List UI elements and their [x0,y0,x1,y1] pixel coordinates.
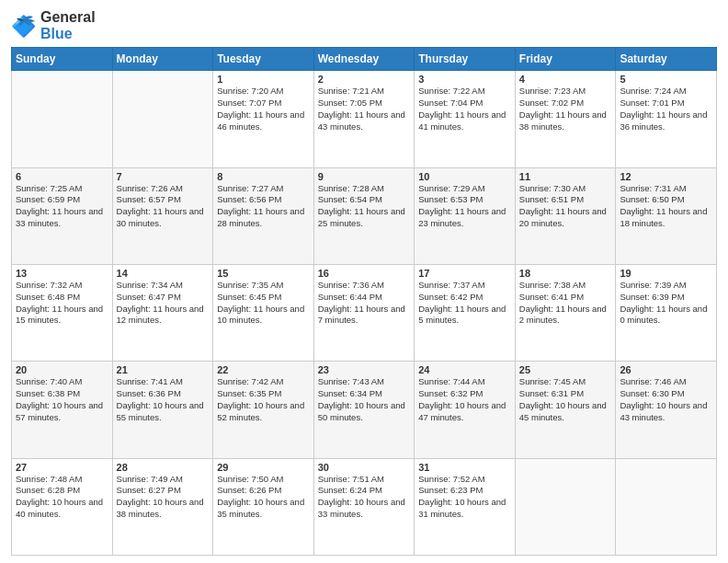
calendar-body: 1Sunrise: 7:20 AMSunset: 7:07 PMDaylight… [12,71,717,556]
day-info: Sunrise: 7:42 AMSunset: 6:35 PMDaylight:… [217,376,310,423]
day-number: 26 [620,364,712,375]
day-number: 10 [418,171,511,182]
day-number: 27 [16,462,108,473]
calendar-week-row: 6Sunrise: 7:25 AMSunset: 6:59 PMDaylight… [12,167,717,264]
calendar-cell: 3Sunrise: 7:22 AMSunset: 7:04 PMDaylight… [415,71,516,167]
calendar-cell: 28Sunrise: 7:49 AMSunset: 6:27 PMDayligh… [112,458,213,555]
svg-text:🔷: 🔷 [11,14,37,39]
calendar-cell: 30Sunrise: 7:51 AMSunset: 6:24 PMDayligh… [313,458,415,555]
day-info: Sunrise: 7:24 AMSunset: 7:01 PMDaylight:… [620,86,712,132]
calendar-cell: 26Sunrise: 7:46 AMSunset: 6:30 PMDayligh… [616,362,717,458]
day-info: Sunrise: 7:23 AMSunset: 7:02 PMDaylight:… [519,86,612,132]
day-info: Sunrise: 7:46 AMSunset: 6:30 PMDaylight:… [620,376,712,423]
calendar-cell: 20Sunrise: 7:40 AMSunset: 6:38 PMDayligh… [12,362,113,458]
day-number: 16 [318,268,411,279]
day-info: Sunrise: 7:38 AMSunset: 6:41 PMDaylight:… [519,280,612,327]
day-info: Sunrise: 7:49 AMSunset: 6:27 PMDaylight:… [117,474,210,521]
header: 🔷 General Blue [11,9,717,41]
day-info: Sunrise: 7:36 AMSunset: 6:44 PMDaylight:… [318,280,411,327]
calendar-cell: 16Sunrise: 7:36 AMSunset: 6:44 PMDayligh… [313,264,415,361]
day-number: 21 [117,364,210,375]
calendar-cell [112,71,213,167]
calendar-header-row: SundayMondayTuesdayWednesdayThursdayFrid… [12,48,717,71]
calendar: SundayMondayTuesdayWednesdayThursdayFrid… [11,47,717,556]
day-info: Sunrise: 7:39 AMSunset: 6:39 PMDaylight:… [620,280,712,327]
logo-blue: Blue [40,26,96,42]
day-info: Sunrise: 7:29 AMSunset: 6:53 PMDaylight:… [418,183,511,230]
day-info: Sunrise: 7:26 AMSunset: 6:57 PMDaylight:… [117,183,210,230]
calendar-cell: 19Sunrise: 7:39 AMSunset: 6:39 PMDayligh… [616,264,717,361]
calendar-cell [616,458,717,555]
day-info: Sunrise: 7:50 AMSunset: 6:26 PMDaylight:… [217,474,310,521]
calendar-cell: 10Sunrise: 7:29 AMSunset: 6:53 PMDayligh… [415,167,516,264]
day-info: Sunrise: 7:35 AMSunset: 6:45 PMDaylight:… [217,280,310,327]
calendar-week-row: 13Sunrise: 7:32 AMSunset: 6:48 PMDayligh… [12,264,717,361]
calendar-cell: 24Sunrise: 7:44 AMSunset: 6:32 PMDayligh… [415,362,516,458]
weekday-header: Thursday [415,48,516,71]
day-number: 14 [117,268,210,279]
day-info: Sunrise: 7:45 AMSunset: 6:31 PMDaylight:… [519,376,612,423]
day-number: 20 [16,364,108,375]
day-info: Sunrise: 7:27 AMSunset: 6:56 PMDaylight:… [217,183,310,230]
day-number: 19 [620,268,712,279]
calendar-cell: 18Sunrise: 7:38 AMSunset: 6:41 PMDayligh… [515,264,616,361]
logo-general: General [40,9,96,26]
weekday-header: Wednesday [313,48,415,71]
day-info: Sunrise: 7:40 AMSunset: 6:38 PMDaylight:… [16,376,108,423]
day-number: 25 [519,364,612,375]
calendar-week-row: 1Sunrise: 7:20 AMSunset: 7:07 PMDaylight… [12,71,717,167]
day-info: Sunrise: 7:21 AMSunset: 7:05 PMDaylight:… [318,86,411,132]
day-info: Sunrise: 7:41 AMSunset: 6:36 PMDaylight:… [117,376,210,423]
calendar-cell: 1Sunrise: 7:20 AMSunset: 7:07 PMDaylight… [213,71,314,167]
day-info: Sunrise: 7:51 AMSunset: 6:24 PMDaylight:… [318,474,411,521]
calendar-cell: 4Sunrise: 7:23 AMSunset: 7:02 PMDaylight… [515,71,616,167]
day-number: 24 [418,364,511,375]
logo: 🔷 General Blue [11,9,96,41]
calendar-cell: 14Sunrise: 7:34 AMSunset: 6:47 PMDayligh… [112,264,213,361]
day-info: Sunrise: 7:48 AMSunset: 6:28 PMDaylight:… [16,474,108,521]
calendar-cell: 21Sunrise: 7:41 AMSunset: 6:36 PMDayligh… [112,362,213,458]
day-info: Sunrise: 7:30 AMSunset: 6:51 PMDaylight:… [519,183,612,230]
day-number: 4 [519,74,612,85]
day-number: 9 [318,171,411,182]
calendar-cell: 31Sunrise: 7:52 AMSunset: 6:23 PMDayligh… [415,458,516,555]
day-number: 12 [620,171,712,182]
day-number: 2 [318,74,411,85]
day-info: Sunrise: 7:32 AMSunset: 6:48 PMDaylight:… [16,280,108,327]
calendar-cell: 8Sunrise: 7:27 AMSunset: 6:56 PMDaylight… [213,167,314,264]
logo-icon: 🔷 [11,13,37,39]
day-number: 11 [519,171,612,182]
calendar-cell: 29Sunrise: 7:50 AMSunset: 6:26 PMDayligh… [213,458,314,555]
calendar-cell: 13Sunrise: 7:32 AMSunset: 6:48 PMDayligh… [12,264,113,361]
day-info: Sunrise: 7:20 AMSunset: 7:07 PMDaylight:… [217,86,310,132]
calendar-cell: 22Sunrise: 7:42 AMSunset: 6:35 PMDayligh… [213,362,314,458]
calendar-cell: 2Sunrise: 7:21 AMSunset: 7:05 PMDaylight… [313,71,415,167]
day-number: 23 [318,364,411,375]
calendar-cell: 25Sunrise: 7:45 AMSunset: 6:31 PMDayligh… [515,362,616,458]
calendar-cell: 27Sunrise: 7:48 AMSunset: 6:28 PMDayligh… [12,458,113,555]
day-number: 3 [418,74,511,85]
calendar-cell: 7Sunrise: 7:26 AMSunset: 6:57 PMDaylight… [112,167,213,264]
day-number: 6 [16,171,108,182]
day-number: 1 [217,74,310,85]
weekday-header: Monday [112,48,213,71]
day-number: 18 [519,268,612,279]
day-number: 17 [418,268,511,279]
calendar-week-row: 27Sunrise: 7:48 AMSunset: 6:28 PMDayligh… [12,458,717,555]
day-number: 15 [217,268,310,279]
calendar-week-row: 20Sunrise: 7:40 AMSunset: 6:38 PMDayligh… [12,362,717,458]
day-info: Sunrise: 7:44 AMSunset: 6:32 PMDaylight:… [418,376,511,423]
calendar-cell: 11Sunrise: 7:30 AMSunset: 6:51 PMDayligh… [515,167,616,264]
calendar-cell: 23Sunrise: 7:43 AMSunset: 6:34 PMDayligh… [313,362,415,458]
day-number: 5 [620,74,712,85]
weekday-header: Tuesday [213,48,314,71]
calendar-cell [12,71,113,167]
calendar-cell: 17Sunrise: 7:37 AMSunset: 6:42 PMDayligh… [415,264,516,361]
day-info: Sunrise: 7:52 AMSunset: 6:23 PMDaylight:… [418,474,511,521]
day-number: 29 [217,462,310,473]
day-number: 28 [117,462,210,473]
weekday-header: Sunday [12,48,113,71]
calendar-cell: 5Sunrise: 7:24 AMSunset: 7:01 PMDaylight… [616,71,717,167]
calendar-cell: 15Sunrise: 7:35 AMSunset: 6:45 PMDayligh… [213,264,314,361]
day-number: 22 [217,364,310,375]
